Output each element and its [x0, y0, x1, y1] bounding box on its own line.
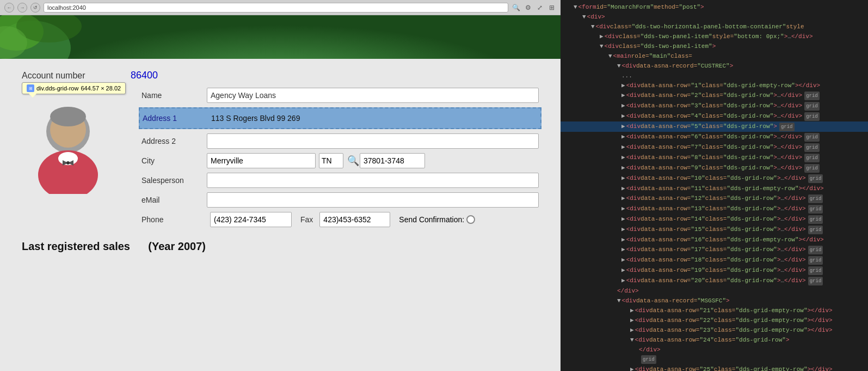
- grid-badge: grid: [808, 277, 823, 285]
- devtools-arrow[interactable]: [621, 184, 625, 193]
- devtools-arrow[interactable]: [621, 266, 625, 275]
- settings-icon[interactable]: ⚙: [524, 3, 532, 12]
- devtools-arrow[interactable]: [630, 365, 634, 371]
- grid-badge: grid: [779, 123, 795, 131]
- send-confirm-radio[interactable]: [466, 215, 475, 224]
- devtools-line: <div data-asna-row="18" class="dds-grid-…: [561, 255, 868, 265]
- name-row: Name: [141, 88, 539, 103]
- address1-input[interactable]: [208, 111, 538, 126]
- name-label: Name: [141, 91, 207, 100]
- svg-point-11: [66, 161, 70, 165]
- devtools-arrow[interactable]: [617, 296, 621, 305]
- devtools-arrow[interactable]: [621, 174, 625, 183]
- devtools-arrow[interactable]: [621, 256, 625, 264]
- devtools-line: <div data-asna-row="10" class="dds-grid-…: [561, 173, 868, 184]
- grid-badge: grid: [804, 164, 820, 173]
- devtools-arrow[interactable]: [621, 153, 625, 162]
- devtools-line: <div data-asna-row="1" class="dds-grid-e…: [561, 81, 868, 90]
- devtools-line: ...: [561, 71, 868, 81]
- devtools-line: <main role="main" class=: [561, 51, 868, 61]
- address2-row: Address 2: [141, 133, 539, 149]
- devtools-arrow[interactable]: [617, 62, 621, 70]
- devtools-line: <div data-asna-row="24" class="dds-grid-…: [561, 335, 868, 345]
- address1-row: Address 1: [139, 107, 541, 129]
- devtools-arrow[interactable]: [574, 3, 577, 11]
- devtools-line: <div data-asna-row="14" class="dds-grid-…: [561, 214, 868, 224]
- grid-badge: grid: [808, 226, 823, 234]
- devtools-arrow[interactable]: [621, 215, 625, 223]
- account-label: Account number: [22, 71, 131, 81]
- devtools-line: <div data-asna-row="4" class="dds-grid-r…: [561, 111, 868, 121]
- last-sales-year: (Year 2007): [148, 240, 206, 252]
- devtools-arrow[interactable]: [630, 336, 634, 344]
- back-button[interactable]: ←: [4, 3, 14, 13]
- phone-input[interactable]: [210, 212, 292, 227]
- devtools-arrow[interactable]: [600, 42, 604, 51]
- devtools-arrow[interactable]: [621, 132, 625, 141]
- address-bar[interactable]: localhost:2040: [44, 3, 508, 13]
- grid-badge: grid: [808, 246, 823, 254]
- fax-label: Fax: [300, 215, 313, 224]
- devtools-line: <form id="MonarchForm" method="post">: [561, 2, 868, 12]
- devtools-arrow[interactable]: [621, 245, 625, 254]
- devtools-arrow[interactable]: [630, 306, 634, 315]
- devtools-line: <div data-asna-row="9" class="dds-grid-r…: [561, 163, 868, 173]
- devtools-arrow[interactable]: [621, 204, 625, 213]
- devtools-panel[interactable]: <form id="MonarchForm" method="post"> <d…: [561, 0, 868, 371]
- expand-icon[interactable]: ⤢: [535, 3, 544, 12]
- green-header: [0, 15, 561, 59]
- refresh-button[interactable]: ↺: [30, 3, 40, 13]
- forward-button[interactable]: →: [17, 3, 27, 13]
- devtools-arrow[interactable]: [591, 22, 595, 31]
- devtools-line: <div class="dds-two-horizontal-panel-bot…: [561, 22, 868, 32]
- fax-input[interactable]: [319, 212, 390, 227]
- devtools-arrow[interactable]: [630, 316, 634, 325]
- devtools-arrow[interactable]: [621, 163, 625, 172]
- last-registered-sales: Last registered sales (Year 2007): [22, 240, 539, 253]
- devtools-arrow[interactable]: [621, 101, 625, 110]
- devtools-arrow[interactable]: [608, 52, 612, 60]
- form-content: Account number 86400 ⊞ div.dds-grid-row …: [0, 59, 561, 371]
- devtools-arrow[interactable]: [621, 194, 625, 203]
- grid-badge: grid: [808, 215, 823, 224]
- devtools-line: <div data-asna-row="23" class="dds-grid-…: [561, 325, 868, 335]
- devtools-arrow[interactable]: [630, 326, 634, 334]
- email-row: eMail: [141, 192, 539, 208]
- avatar-image: [22, 101, 114, 194]
- avatar-section: ⊞ div.dds-grid-row 644.57 × 28.02: [22, 88, 539, 232]
- search-icon[interactable]: 🔍: [512, 3, 520, 12]
- devtools-arrow[interactable]: [621, 81, 625, 90]
- devtools-line: <div data-asna-row="12" class="dds-grid-…: [561, 193, 868, 204]
- city-row: City 🔍: [141, 153, 539, 168]
- devtools-selected-line[interactable]: <div data-asna-row="5" class="dds-grid-r…: [561, 121, 868, 132]
- zip-input[interactable]: [360, 153, 425, 168]
- devtools-line: grid: [561, 355, 868, 364]
- devtools-arrow[interactable]: [621, 225, 625, 234]
- tooltip-grid-icon: ⊞: [27, 84, 34, 92]
- devtools-arrow[interactable]: [621, 276, 625, 285]
- state-input[interactable]: [319, 153, 343, 168]
- account-row: Account number 86400: [22, 70, 539, 81]
- devtools-line: <div data-asna-row="11" class="dds-grid-…: [561, 184, 868, 193]
- devtools-arrow[interactable]: [600, 32, 604, 41]
- name-input[interactable]: [207, 88, 539, 103]
- salesperson-input[interactable]: [207, 173, 539, 188]
- devtools-line: <div data-asna-row="2" class="dds-grid-r…: [561, 90, 868, 101]
- devtools-arrow[interactable]: [582, 13, 586, 21]
- window-icon[interactable]: ⊞: [547, 3, 556, 12]
- email-input[interactable]: [207, 192, 539, 208]
- address2-label: Address 2: [141, 137, 207, 145]
- address2-input[interactable]: [207, 133, 539, 149]
- devtools-arrow[interactable]: [621, 235, 625, 244]
- zip-search-icon[interactable]: 🔍: [347, 154, 360, 167]
- phone-row: Phone Fax Send Confirmation:: [141, 212, 539, 227]
- tooltip-label: div.dds-grid-row: [36, 85, 78, 92]
- devtools-line: <div data-asna-row="25" class="dds-grid-…: [561, 364, 868, 371]
- devtools-arrow[interactable]: [621, 122, 625, 131]
- city-input[interactable]: [207, 153, 316, 168]
- left-panel: ← → ↺ localhost:2040 🔍 ⚙ ⤢ ⊞ Account num…: [0, 0, 561, 371]
- devtools-arrow[interactable]: [621, 143, 625, 151]
- devtools-arrow[interactable]: [621, 91, 625, 100]
- devtools-line: <div data-asna-row="6" class="dds-grid-r…: [561, 132, 868, 142]
- devtools-arrow[interactable]: [621, 112, 625, 120]
